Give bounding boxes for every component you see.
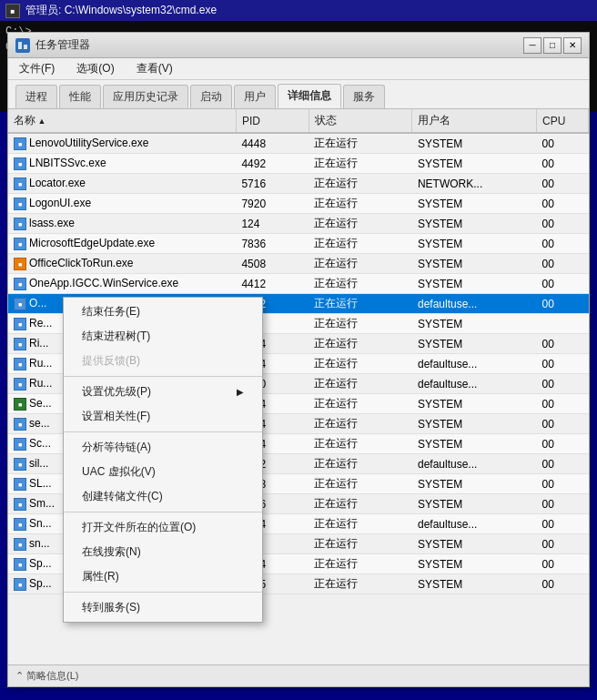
process-icon: ■ — [14, 498, 26, 511]
svg-rect-1 — [24, 45, 27, 49]
cell-user: SYSTEM — [412, 254, 537, 274]
tab-services[interactable]: 服务 — [343, 85, 385, 108]
context-menu-label: 结束任务(E) — [82, 304, 140, 320]
context-menu-item[interactable]: 分析等待链(A) — [64, 435, 262, 460]
submenu-arrow: ▶ — [237, 387, 244, 397]
cell-cpu: 00 — [537, 154, 589, 174]
context-menu-item[interactable]: 结束进程树(T) — [64, 324, 262, 349]
menu-file[interactable]: 文件(F) — [15, 60, 58, 77]
context-menu-item[interactable]: 属性(R) — [64, 564, 262, 589]
context-menu-item[interactable]: 设置相关性(F) — [64, 404, 262, 429]
col-status[interactable]: 状态 — [309, 109, 412, 133]
context-menu-label: 转到服务(S) — [82, 600, 140, 615]
process-icon: ■ — [14, 518, 26, 531]
menu-view[interactable]: 查看(V) — [133, 60, 177, 77]
cell-pid: 7836 — [236, 234, 309, 254]
col-user[interactable]: 用户名 — [412, 109, 537, 133]
col-cpu[interactable]: CPU — [537, 109, 589, 133]
col-name[interactable]: 名称 — [8, 109, 236, 133]
tab-app-history[interactable]: 应用历史记录 — [103, 85, 188, 108]
taskman-icon — [15, 38, 30, 53]
cell-cpu — [537, 314, 589, 334]
context-menu-item[interactable]: 转到服务(S) — [64, 595, 262, 620]
process-icon: ■ — [14, 218, 26, 230]
context-menu-item[interactable]: 在线搜索(N) — [64, 540, 262, 564]
close-button[interactable]: ✕ — [563, 37, 582, 54]
context-menu-item[interactable]: 设置优先级(P)▶ — [64, 380, 262, 404]
cell-status: 正在运行 — [309, 394, 412, 414]
svg-rect-0 — [18, 42, 22, 49]
table-row[interactable]: ■OneApp.IGCC.WinService.exe 4412 正在运行 SY… — [8, 274, 589, 294]
cell-name: ■LogonUI.exe — [8, 194, 236, 214]
table-row[interactable]: ■MicrosoftEdgeUpdate.exe 7836 正在运行 SYSTE… — [8, 234, 589, 254]
cell-cpu: 00 — [537, 334, 589, 354]
cell-cpu: 00 — [537, 574, 589, 594]
table-row[interactable]: ■LenovoUtilityService.exe 4448 正在运行 SYST… — [8, 133, 589, 154]
minimize-button[interactable]: ─ — [523, 37, 541, 54]
maximize-button[interactable]: □ — [543, 37, 562, 54]
cell-cpu: 00 — [537, 133, 589, 154]
cell-cpu: 00 — [537, 214, 589, 234]
context-menu-item[interactable]: 打开文件所在的位置(O) — [64, 515, 262, 540]
context-menu-label: 设置优先级(P) — [82, 384, 151, 400]
context-menu-item[interactable]: UAC 虚拟化(V) — [64, 460, 262, 484]
process-icon: ■ — [14, 178, 26, 190]
context-menu-label: 在线搜索(N) — [82, 544, 141, 560]
col-pid[interactable]: PID — [236, 109, 309, 133]
cell-status: 正在运行 — [309, 534, 412, 554]
cell-pid: 124 — [236, 214, 309, 234]
table-row[interactable]: ■OfficeClickToRun.exe 4508 正在运行 SYSTEM 0… — [8, 254, 589, 274]
tab-users[interactable]: 用户 — [234, 85, 276, 108]
table-row[interactable]: ■LNBITSSvc.exe 4492 正在运行 SYSTEM 00 — [8, 154, 589, 174]
cell-user: SYSTEM — [412, 574, 537, 594]
tab-performance[interactable]: 性能 — [59, 85, 101, 108]
cell-status: 正在运行 — [309, 514, 412, 534]
cell-cpu: 00 — [537, 394, 589, 414]
context-menu-item[interactable]: 创建转储文件(C) — [64, 484, 262, 509]
cell-status: 正在运行 — [309, 133, 412, 154]
statusbar-text: ⌃ 简略信息(L) — [15, 669, 79, 683]
table-row[interactable]: ■Locator.exe 5716 正在运行 NETWORK... 00 — [8, 174, 589, 194]
cell-user: SYSTEM — [412, 494, 537, 514]
tab-process[interactable]: 进程 — [15, 85, 57, 108]
context-menu-label: 打开文件所在的位置(O) — [82, 520, 196, 535]
process-icon: ■ — [14, 298, 26, 310]
cell-cpu: 00 — [537, 474, 589, 494]
process-icon: ■ — [14, 418, 26, 431]
cell-status: 正在运行 — [309, 294, 412, 314]
cell-status: 正在运行 — [309, 174, 412, 194]
process-icon: ■ — [14, 538, 26, 551]
cell-cpu: 00 — [537, 554, 589, 574]
cell-user: SYSTEM — [412, 554, 537, 574]
cmd-title: 管理员: C:\Windows\system32\cmd.exe — [25, 3, 217, 18]
tab-startup[interactable]: 启动 — [190, 85, 232, 108]
menu-options[interactable]: 选项(O) — [73, 60, 117, 77]
taskman-title: 任务管理器 — [35, 37, 90, 53]
cell-status: 正在运行 — [309, 314, 412, 334]
cell-user: SYSTEM — [412, 274, 537, 294]
cell-status: 正在运行 — [309, 214, 412, 234]
context-menu-item[interactable]: 结束任务(E) — [64, 299, 262, 324]
cell-cpu: 00 — [537, 234, 589, 254]
process-icon: ■ — [14, 558, 26, 571]
cell-user: defaultuse... — [412, 354, 537, 374]
process-icon: ■ — [14, 398, 26, 411]
cell-status: 正在运行 — [309, 434, 412, 454]
cell-cpu: 00 — [537, 254, 589, 274]
cmd-titlebar: ■ 管理员: C:\Windows\system32\cmd.exe — [0, 0, 597, 21]
process-icon: ■ — [14, 238, 26, 250]
cell-pid: 4412 — [236, 274, 309, 294]
cell-name: ■Locator.exe — [8, 174, 236, 194]
tab-details[interactable]: 详细信息 — [278, 84, 341, 108]
cell-user: defaultuse... — [412, 514, 537, 534]
process-icon: ■ — [14, 578, 26, 591]
cell-user: SYSTEM — [412, 194, 537, 214]
cell-status: 正在运行 — [309, 354, 412, 374]
cell-cpu: 00 — [537, 194, 589, 214]
cell-user: SYSTEM — [412, 474, 537, 494]
context-menu-separator — [64, 592, 262, 593]
tabbar: 进程 性能 应用历史记录 启动 用户 详细信息 服务 — [8, 80, 589, 109]
table-row[interactable]: ■LogonUI.exe 7920 正在运行 SYSTEM 00 — [8, 194, 589, 214]
table-row[interactable]: ■lsass.exe 124 正在运行 SYSTEM 00 — [8, 214, 589, 234]
cell-cpu: 00 — [537, 174, 589, 194]
